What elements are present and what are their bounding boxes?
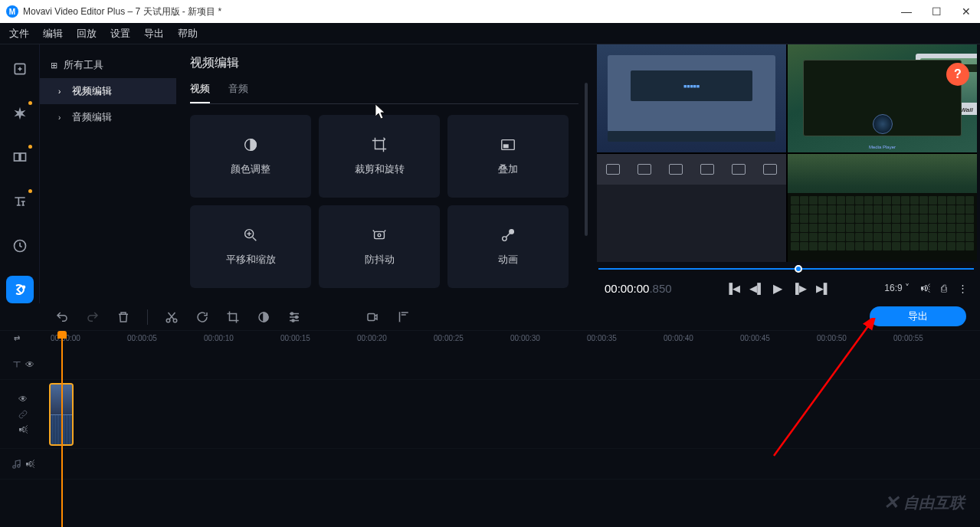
ruler-label: 00:00:05 (127, 334, 157, 342)
track-visibility-toggle[interactable]: 👁 (25, 359, 34, 370)
svg-rect-4 (20, 153, 25, 161)
tool-color-adjustment[interactable]: 颜色调整 (190, 115, 311, 198)
undo-button[interactable] (55, 310, 69, 324)
snapshot-button[interactable]: ⎙ (941, 283, 947, 294)
stabilize-icon (371, 227, 388, 244)
tool-label: 平移和缩放 (226, 253, 276, 267)
ruler-label: 00:00:10 (204, 334, 234, 342)
rotate-button[interactable] (195, 310, 209, 324)
tool-animation[interactable]: 动画 (447, 205, 569, 288)
prev-frame-button[interactable]: ◀▌ (749, 283, 764, 294)
zoom-icon (242, 227, 259, 244)
panel-title: 视频编辑 (190, 55, 578, 71)
text-track-icon (11, 359, 22, 370)
tree-label: 所有工具 (64, 58, 103, 72)
add-media-button[interactable] (6, 55, 34, 83)
track-text[interactable]: 👁 (0, 349, 980, 380)
next-frame-button[interactable]: ▐▶ (792, 283, 806, 294)
timeline[interactable]: 👁 👁 🕬 🕬 (0, 349, 980, 527)
crop-button[interactable] (226, 310, 240, 324)
crop-icon (371, 136, 388, 153)
export-button[interactable]: 导出 (870, 306, 966, 326)
menu-export[interactable]: 导出 (144, 27, 164, 41)
track-mute-toggle[interactable]: 🕬 (18, 424, 28, 435)
tool-stabilize[interactable]: 防抖动 (319, 205, 440, 288)
menu-settings[interactable]: 设置 (110, 27, 130, 41)
filters-button[interactable] (6, 100, 34, 127)
volume-button[interactable]: 🕬 (920, 283, 930, 294)
ruler-label: 00:00:40 (664, 334, 693, 342)
preview-controls: 00:00:00.850 ▐◀ ◀▌ ▶ ▐▶ ▶▌ 16:9 ˅ 🕬 ⎙ ⋮ (597, 274, 975, 302)
animation-icon (500, 227, 516, 244)
play-button[interactable]: ▶ (773, 281, 782, 296)
stickers-button[interactable] (6, 232, 34, 260)
timeline-ruler[interactable]: ⇄ 00:00:00 00:00:05 00:00:10 00:00:15 00… (0, 331, 980, 349)
overlay-icon (500, 136, 516, 153)
left-toolbar (0, 44, 40, 303)
preview-quadrant-4 (788, 154, 977, 262)
marker-button[interactable] (396, 310, 410, 324)
next-clip-button[interactable]: ▶▌ (816, 283, 831, 294)
preview-quadrant-3 (597, 154, 786, 262)
menu-help[interactable]: 帮助 (178, 27, 198, 41)
ruler-label: 00:00:50 (817, 334, 847, 342)
titles-button[interactable] (6, 188, 34, 215)
menu-edit[interactable]: 编辑 (43, 27, 63, 41)
color-button[interactable] (257, 310, 270, 324)
tool-overlay[interactable]: 叠加 (447, 115, 569, 198)
svg-point-15 (378, 234, 381, 237)
menu-bar: 文件 编辑 回放 设置 导出 帮助 (0, 23, 980, 44)
ruler-label: 00:00:30 (510, 334, 540, 342)
close-button[interactable]: ✕ (959, 5, 974, 18)
svg-rect-9 (504, 145, 509, 148)
svg-rect-14 (375, 231, 385, 238)
ruler-label: 00:00:35 (587, 334, 617, 342)
cut-button[interactable] (165, 310, 179, 324)
tree-item-video-edit[interactable]: › 视频编辑 (40, 78, 176, 104)
panel-scrollbar[interactable] (585, 83, 588, 236)
tree-item-all-tools[interactable]: ⊞ 所有工具 (40, 52, 176, 78)
window-title: Movavi Video Editor Plus – 7 天试用版 - 新项目 … (23, 5, 898, 18)
ruler-label: 00:00:15 (280, 334, 310, 342)
record-button[interactable] (365, 310, 379, 324)
tree-item-audio-edit[interactable]: › 音频编辑 (40, 104, 176, 130)
delete-button[interactable] (116, 310, 130, 324)
tool-crop-rotate[interactable]: 裁剪和旋转 (319, 115, 440, 198)
more-tools-button[interactable] (6, 276, 34, 303)
redo-button[interactable] (86, 310, 100, 324)
more-options-button[interactable]: ⋮ (958, 283, 968, 294)
preview-scrubber[interactable] (597, 264, 975, 274)
ruler-label: 00:00:20 (357, 334, 387, 342)
ruler-label: 00:00:45 (740, 334, 770, 342)
svg-point-25 (296, 316, 298, 318)
svg-line-11 (253, 237, 257, 241)
prev-clip-button[interactable]: ▐◀ (726, 283, 740, 294)
tab-audio[interactable]: 音频 (228, 82, 248, 103)
ruler-label: 00:00:55 (893, 334, 923, 342)
link-icon[interactable] (18, 409, 28, 420)
track-audio[interactable]: 🕬 (0, 449, 980, 480)
minimize-button[interactable]: — (898, 5, 915, 18)
tree-label: 视频编辑 (72, 84, 112, 98)
help-button[interactable]: ? (946, 63, 969, 86)
menu-file[interactable]: 文件 (9, 27, 29, 41)
track-video[interactable]: 👁 🕬 (0, 380, 980, 449)
adjust-button[interactable] (287, 310, 301, 324)
tool-tree: ⊞ 所有工具 › 视频编辑 › 音频编辑 (40, 44, 176, 303)
svg-point-6 (22, 286, 25, 289)
aspect-ratio-selector[interactable]: 16:9 ˅ (884, 283, 910, 293)
music-track-icon (11, 459, 22, 470)
svg-point-24 (291, 313, 293, 315)
tool-label: 防抖动 (365, 253, 395, 267)
track-visibility-toggle[interactable]: 👁 (18, 394, 28, 404)
menu-playback[interactable]: 回放 (77, 27, 97, 41)
track-mute-toggle[interactable]: 🕬 (25, 459, 34, 470)
zoom-fit-button[interactable]: ⇄ (14, 334, 20, 342)
main-area: ⊞ 所有工具 › 视频编辑 › 音频编辑 视频编辑 视频 音频 颜色调整 裁剪和… (0, 44, 980, 303)
playhead[interactable] (61, 331, 63, 527)
tool-pan-zoom[interactable]: 平移和缩放 (190, 205, 311, 288)
tab-video[interactable]: 视频 (190, 82, 210, 103)
maximize-button[interactable]: ☐ (929, 5, 945, 18)
transitions-button[interactable] (6, 143, 34, 171)
scrubber-handle[interactable] (795, 265, 802, 273)
